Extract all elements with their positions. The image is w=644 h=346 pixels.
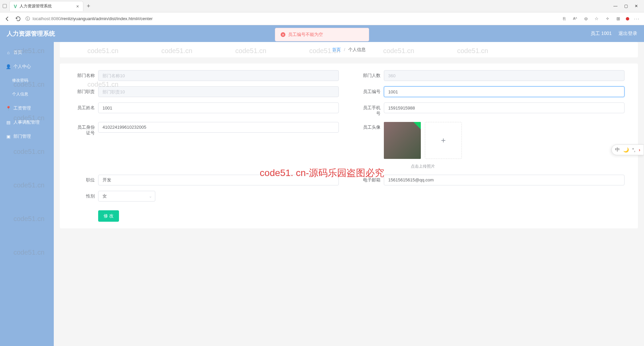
input-emp-no[interactable] bbox=[384, 86, 625, 97]
minimize-button[interactable]: — bbox=[613, 4, 617, 8]
app-title: 人力资源管理系统 bbox=[7, 30, 55, 38]
breadcrumb-separator: / bbox=[344, 47, 345, 52]
current-user[interactable]: 员工 1001 bbox=[591, 31, 612, 37]
label-email: 电子邮箱 bbox=[359, 175, 380, 183]
sidebar-item-hr[interactable]: ▤人事调配管理 bbox=[0, 115, 54, 129]
chevron-right-icon[interactable]: › bbox=[639, 147, 640, 153]
input-emp-phone[interactable] bbox=[384, 102, 625, 113]
label-avatar: 员工头像 bbox=[359, 122, 380, 130]
input-position[interactable] bbox=[98, 175, 339, 185]
submit-button[interactable]: 修 改 bbox=[98, 210, 119, 222]
folder-icon: ▣ bbox=[6, 134, 11, 139]
input-emp-name[interactable] bbox=[98, 102, 339, 113]
ime-mode[interactable]: 中 bbox=[615, 147, 620, 153]
maximize-button[interactable]: ▢ bbox=[624, 4, 628, 8]
refresh-button[interactable] bbox=[15, 15, 22, 22]
main-layout: ⌂首页 👤个人中心 修改密码 个人信息 📍工资管理 ▤人事调配管理 ▣部门管理 … bbox=[0, 42, 644, 346]
content-area: 首页 / 个人信息 部门名称 部门人数 部门职责 员工编号 员工姓名 员工手机号… bbox=[54, 42, 644, 346]
breadcrumb-current: 个人信息 bbox=[348, 47, 366, 52]
app-header: 人力资源管理系统 ✕ 员工编号不能为空 员工 1001 退出登录 bbox=[0, 25, 644, 42]
breadcrumb-home[interactable]: 首页 bbox=[332, 47, 341, 52]
sidebar-item-change-password[interactable]: 修改密码 bbox=[0, 74, 54, 87]
select-gender[interactable] bbox=[98, 191, 155, 202]
tab-title: 人力资源管理系统 bbox=[19, 3, 73, 9]
error-icon: ✕ bbox=[281, 32, 285, 37]
label-dept-duty: 部门职责 bbox=[73, 86, 95, 95]
back-button[interactable] bbox=[4, 15, 11, 22]
browser-chrome: V 人力资源管理系统 × + — ▢ ✕ ⓘ localhost:8080/re… bbox=[0, 0, 644, 25]
profile-icon[interactable] bbox=[626, 17, 629, 20]
label-dept-name: 部门名称 bbox=[73, 70, 95, 79]
favorite-icon[interactable]: ☆ bbox=[594, 16, 600, 22]
home-icon: ⌂ bbox=[6, 50, 11, 55]
label-emp-phone: 员工手机号 bbox=[359, 102, 380, 117]
extensions-icon[interactable]: ⊞ bbox=[615, 16, 621, 22]
sidebar-item-salary[interactable]: 📍工资管理 bbox=[0, 101, 54, 115]
tab-overview-button[interactable] bbox=[3, 4, 7, 8]
input-emp-idcard[interactable] bbox=[98, 122, 339, 133]
input-dept-count bbox=[384, 70, 625, 81]
profile-form: 部门名称 部门人数 部门职责 员工编号 员工姓名 员工手机号 员工身份证号 员工… bbox=[60, 63, 638, 228]
sidebar-item-department[interactable]: ▣部门管理 bbox=[0, 129, 54, 143]
sidebar-item-personal[interactable]: 👤个人中心 bbox=[0, 59, 54, 74]
address-bar: ⓘ localhost:8080/renliziyuanguanli/admin… bbox=[0, 12, 644, 25]
read-aloud-icon[interactable]: Aᴬ bbox=[572, 16, 578, 22]
browser-tab[interactable]: V 人力资源管理系统 × bbox=[9, 1, 83, 11]
autofill-icon[interactable]: ⎘ bbox=[561, 16, 567, 22]
logout-link[interactable]: 退出登录 bbox=[618, 31, 637, 37]
doc-icon: ▤ bbox=[6, 120, 11, 125]
label-gender: 性别 bbox=[73, 191, 95, 199]
ime-panel[interactable]: 中 🌙 °, › bbox=[611, 144, 644, 155]
sidebar: ⌂首页 👤个人中心 修改密码 个人信息 📍工资管理 ▤人事调配管理 ▣部门管理 bbox=[0, 42, 54, 346]
site-info-icon[interactable]: ⓘ bbox=[26, 16, 30, 22]
user-icon: 👤 bbox=[6, 64, 11, 69]
new-tab-button[interactable]: + bbox=[87, 3, 90, 10]
moon-icon[interactable]: 🌙 bbox=[623, 147, 629, 153]
avatar-upload-button[interactable]: + bbox=[425, 122, 462, 159]
label-position: 职位 bbox=[73, 175, 95, 183]
zoom-icon[interactable]: ⊖ bbox=[583, 16, 589, 22]
punct-icon[interactable]: °, bbox=[632, 147, 636, 153]
label-emp-idcard: 员工身份证号 bbox=[73, 122, 95, 136]
input-email[interactable] bbox=[384, 175, 625, 185]
alert-message: ✕ 员工编号不能为空 bbox=[275, 28, 369, 41]
avatar-preview[interactable] bbox=[384, 122, 421, 159]
alert-text: 员工编号不能为空 bbox=[288, 32, 323, 38]
vue-icon: V bbox=[14, 4, 17, 9]
input-dept-name bbox=[98, 70, 339, 81]
tab-bar: V 人力资源管理系统 × + — ▢ ✕ bbox=[0, 0, 644, 12]
upload-tip: 点击上传照片 bbox=[384, 164, 462, 169]
sidebar-item-home[interactable]: ⌂首页 bbox=[0, 45, 54, 59]
label-emp-no: 员工编号 bbox=[359, 86, 380, 95]
label-dept-count: 部门人数 bbox=[359, 70, 380, 79]
pin-icon: 📍 bbox=[6, 106, 11, 111]
collections-icon[interactable]: ✧ bbox=[604, 16, 610, 22]
close-tab-icon[interactable]: × bbox=[76, 4, 79, 9]
check-icon bbox=[413, 122, 421, 129]
breadcrumb: 首页 / 个人信息 bbox=[60, 42, 638, 57]
sidebar-item-profile[interactable]: 个人信息 bbox=[0, 87, 54, 101]
close-window-button[interactable]: ✕ bbox=[635, 4, 638, 8]
label-emp-name: 员工姓名 bbox=[73, 102, 95, 111]
more-menu-icon[interactable]: ··· bbox=[634, 16, 640, 22]
url-input[interactable]: ⓘ localhost:8080/renliziyuanguanli/admin… bbox=[26, 16, 557, 22]
input-dept-duty bbox=[98, 86, 339, 97]
window-controls: — ▢ ✕ bbox=[613, 4, 641, 8]
